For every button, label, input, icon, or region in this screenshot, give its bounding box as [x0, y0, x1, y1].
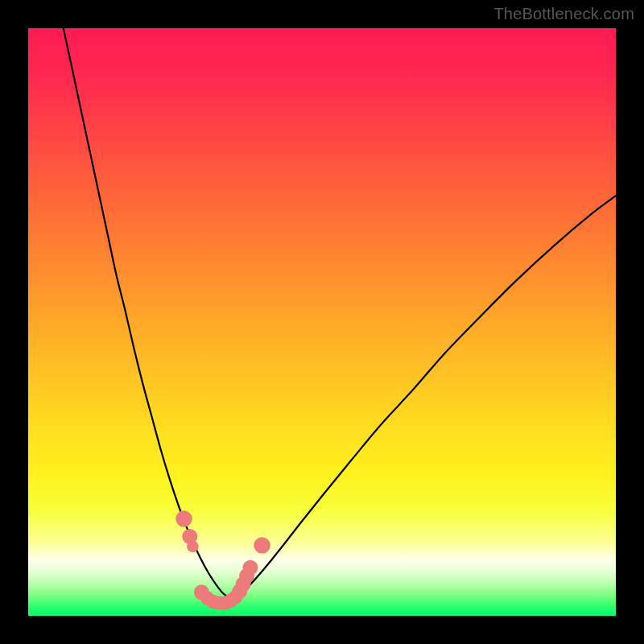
curve-layer — [28, 28, 616, 616]
data-markers — [175, 510, 270, 609]
curve-right-branch — [231, 196, 616, 600]
curve-left-branch — [64, 28, 231, 600]
data-marker — [254, 537, 270, 553]
data-marker — [175, 510, 192, 526]
watermark-text: TheBottleneck.com — [493, 5, 634, 23]
plot-area — [28, 28, 616, 616]
data-marker — [187, 541, 199, 553]
data-marker — [242, 560, 258, 576]
chart-frame: TheBottleneck.com — [0, 0, 644, 644]
